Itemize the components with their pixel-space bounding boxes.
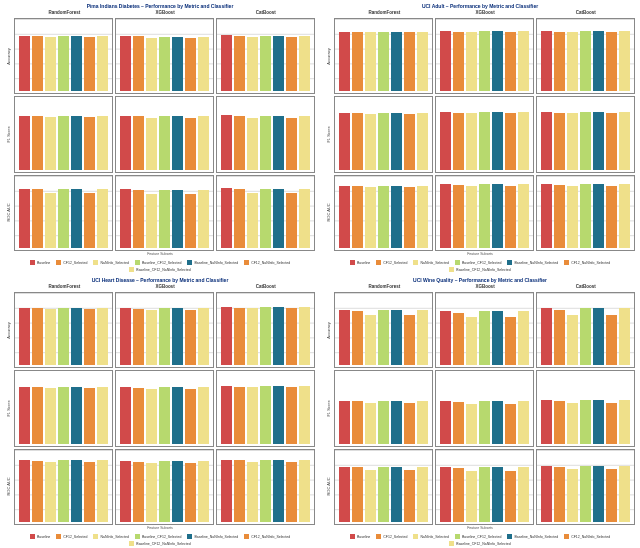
bar — [71, 189, 82, 248]
bar — [541, 400, 552, 444]
bar — [593, 466, 604, 522]
legend-label: CF12_Selected — [63, 261, 87, 265]
bar-group — [440, 453, 529, 522]
bar — [221, 307, 232, 365]
bar — [466, 471, 477, 522]
bar — [580, 112, 591, 170]
subplot — [14, 370, 113, 446]
bar — [97, 387, 108, 444]
metric-classifier-grid: AccuracyF1 ScoreROC AUC — [4, 291, 316, 526]
bar — [286, 308, 297, 365]
bar — [286, 387, 297, 443]
bar — [554, 32, 565, 92]
metric-row: Accuracy — [4, 17, 316, 95]
bar — [234, 387, 245, 444]
bar — [518, 311, 529, 365]
legend-item: Baseline_CF12_Selected — [135, 260, 182, 265]
legend-item: NaNInfo_Selected — [93, 260, 128, 265]
bar — [19, 387, 30, 444]
bar — [286, 37, 297, 91]
subplot — [216, 96, 315, 172]
bar-group — [120, 22, 209, 91]
bar — [404, 315, 415, 365]
classifier-header: CatBoost — [215, 10, 316, 17]
bar — [453, 113, 464, 170]
bar-group — [19, 179, 108, 248]
bar-plot — [335, 371, 432, 445]
bar — [120, 387, 131, 443]
bar — [19, 116, 30, 170]
bar — [518, 112, 529, 170]
metric-row: ROC AUC — [4, 448, 316, 526]
bar — [146, 310, 157, 365]
bar-plot — [116, 97, 213, 171]
bar — [391, 186, 402, 248]
subplot — [14, 449, 113, 525]
subplot — [435, 175, 534, 251]
bar — [352, 186, 363, 248]
bar — [440, 112, 451, 170]
metric-label: F1 Score — [4, 95, 13, 173]
legend-swatch — [244, 534, 249, 539]
bar — [299, 307, 310, 365]
bar-plot — [335, 176, 432, 250]
bar-group — [221, 100, 310, 169]
bar-plot — [335, 450, 432, 524]
bar — [58, 387, 69, 444]
legend-swatch — [413, 534, 418, 539]
bar — [378, 401, 389, 444]
bar — [45, 388, 56, 443]
bar — [518, 401, 529, 443]
bar — [505, 471, 516, 522]
subplot — [536, 175, 635, 251]
bar — [198, 116, 209, 169]
legend-item: Baseline_CF12_NaNInfo_Selected — [449, 541, 510, 546]
bar — [247, 308, 258, 365]
bar — [404, 114, 415, 169]
bar — [593, 31, 604, 91]
metric-label: ROC AUC — [4, 448, 13, 526]
panel-title: UCI Heart Disease – Performance by Metri… — [4, 276, 316, 284]
bar — [365, 470, 376, 522]
bar — [479, 401, 490, 443]
bar — [185, 310, 196, 365]
legend-label: NaNInfo_Selected — [100, 535, 128, 539]
bar — [378, 113, 389, 170]
bar — [71, 387, 82, 444]
subplot — [216, 18, 315, 94]
bar-plot — [537, 97, 634, 171]
classifier-header: CatBoost — [535, 284, 636, 291]
bar — [554, 185, 565, 248]
bar — [453, 402, 464, 444]
metric-label: ROC AUC — [4, 174, 13, 252]
bar — [234, 116, 245, 170]
bar-group — [440, 100, 529, 169]
classifier-header: CatBoost — [215, 284, 316, 291]
bar — [365, 32, 376, 91]
bar — [58, 308, 69, 366]
bar — [541, 184, 552, 248]
bar — [619, 400, 630, 444]
bar — [32, 461, 43, 522]
legend-label: Baseline — [357, 261, 370, 265]
bar-group — [541, 100, 630, 169]
bar-plot — [116, 293, 213, 367]
bar — [567, 186, 578, 248]
bar — [466, 317, 477, 366]
bar — [58, 460, 69, 522]
legend-swatch — [129, 541, 134, 546]
bar — [159, 461, 170, 522]
bar — [541, 466, 552, 522]
legend-item: Baseline_NaNInfo_Selected — [187, 534, 238, 539]
bar — [440, 401, 451, 443]
bar — [172, 116, 183, 169]
bar — [580, 31, 591, 91]
legend-label: Baseline_CF12_NaNInfo_Selected — [456, 542, 510, 546]
metric-row: ROC AUC — [324, 174, 636, 252]
bar — [466, 404, 477, 444]
bar — [234, 189, 245, 248]
bar — [185, 463, 196, 522]
subplot — [115, 292, 214, 368]
bar — [45, 193, 56, 248]
bar — [260, 460, 271, 522]
